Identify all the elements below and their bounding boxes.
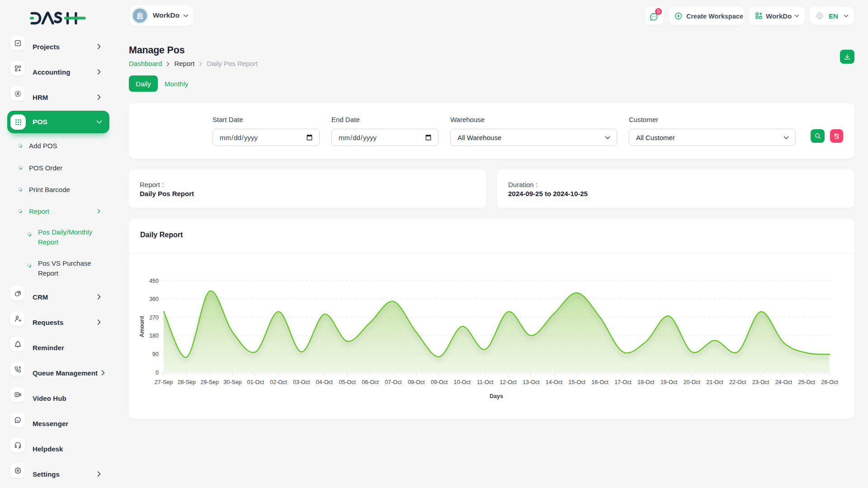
svg-text:22-Oct: 22-Oct [729,379,746,385]
svg-text:0: 0 [156,370,159,376]
svg-text:09-Oct: 09-Oct [431,379,448,385]
svg-text:27-Sep: 27-Sep [155,379,173,385]
svg-text:08-Oct: 08-Oct [408,379,425,385]
svg-text:29-Sep: 29-Sep [200,379,218,385]
svg-text:30-Sep: 30-Sep [223,379,241,385]
svg-text:19-Oct: 19-Oct [660,379,678,385]
svg-text:21-Oct: 21-Oct [706,379,723,385]
svg-text:05-Oct: 05-Oct [339,379,356,385]
svg-text:270: 270 [149,314,159,321]
svg-text:20-Oct: 20-Oct [683,379,700,385]
svg-text:12-Oct: 12-Oct [500,379,517,385]
svg-text:90: 90 [152,351,159,357]
svg-text:02-Oct: 02-Oct [270,379,287,385]
svg-text:25-Oct: 25-Oct [798,379,815,385]
svg-text:24-Oct: 24-Oct [775,379,793,385]
svg-text:360: 360 [149,296,159,302]
svg-text:16-Oct: 16-Oct [591,379,609,385]
svg-text:450: 450 [149,278,159,284]
svg-text:180: 180 [149,333,159,339]
svg-text:06-Oct: 06-Oct [362,379,379,385]
svg-text:Days: Days [490,393,503,399]
svg-text:Amount: Amount [139,316,145,338]
svg-text:15-Oct: 15-Oct [569,379,586,385]
svg-text:01-Oct: 01-Oct [247,379,264,385]
svg-text:26-Oct: 26-Oct [821,379,838,385]
svg-text:17-Oct: 17-Oct [614,379,632,385]
svg-text:28-Sep: 28-Sep [178,379,196,385]
svg-text:03-Oct: 03-Oct [293,379,310,385]
svg-text:10-Oct: 10-Oct [454,379,471,385]
svg-text:13-Oct: 13-Oct [523,379,540,385]
svg-text:07-Oct: 07-Oct [385,379,402,385]
svg-text:11-Oct: 11-Oct [477,379,494,385]
svg-text:14-Oct: 14-Oct [546,379,563,385]
svg-text:23-Oct: 23-Oct [752,379,769,385]
svg-text:04-Oct: 04-Oct [316,379,333,385]
svg-text:18-Oct: 18-Oct [637,379,655,385]
